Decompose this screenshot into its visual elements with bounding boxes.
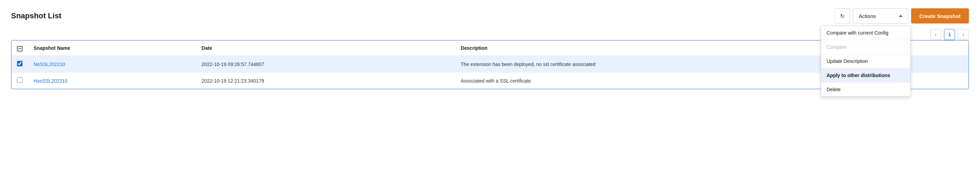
chevron-up-icon — [899, 15, 902, 17]
dropdown-item-delete[interactable]: Delete — [821, 82, 910, 96]
header-row: Snapshot List ↻ Actions Create Snapshot … — [11, 8, 969, 24]
actions-dropdown-menu: Compare with current Config Compare Upda… — [821, 25, 911, 97]
row2-checkbox[interactable] — [17, 77, 22, 83]
refresh-button[interactable]: ↻ — [835, 8, 850, 24]
row2-date-cell: 2022-10-19 12:21:23.340179 — [196, 73, 455, 89]
dropdown-item-compare-current[interactable]: Compare with current Config — [821, 26, 910, 40]
dropdown-item-compare[interactable]: Compare — [821, 40, 910, 54]
row1-checkbox[interactable] — [17, 61, 22, 66]
dropdown-item-apply-distributions[interactable]: Apply to other distributions — [821, 68, 910, 82]
pagination-prev-button[interactable]: ‹ — [930, 29, 941, 40]
select-all-checkbox[interactable] — [17, 46, 22, 52]
row2-snapshot-name-cell: HasSSL202210 — [28, 73, 196, 89]
page-wrapper: Snapshot List ↻ Actions Create Snapshot … — [0, 0, 980, 188]
col-header-checkbox — [11, 40, 28, 56]
pagination-next-button[interactable]: › — [958, 29, 969, 40]
col-header-snapshot-name: Snapshot Name — [28, 40, 196, 56]
actions-label: Actions — [859, 13, 876, 19]
row1-date-cell: 2022-10-19 09:26:57.744807 — [196, 56, 455, 73]
row1-snapshot-link[interactable]: NoSSL202210 — [33, 62, 65, 67]
dropdown-item-update-description[interactable]: Update Description — [821, 54, 910, 68]
refresh-icon: ↻ — [840, 13, 845, 19]
pagination-current-page: 1 — [944, 29, 955, 40]
actions-dropdown-button[interactable]: Actions — [853, 8, 908, 24]
create-snapshot-button[interactable]: Create Snapshot — [911, 8, 969, 24]
chevron-right-icon: › — [963, 32, 964, 37]
col-header-date: Date — [196, 40, 455, 56]
header-controls: ↻ Actions Create Snapshot Compare with c… — [835, 8, 969, 24]
row2-checkbox-cell — [11, 73, 28, 89]
chevron-left-icon: ‹ — [935, 32, 937, 37]
row1-checkbox-cell — [11, 56, 28, 73]
page-title: Snapshot List — [11, 11, 61, 21]
row2-snapshot-link[interactable]: HasSSL202210 — [33, 78, 67, 84]
row1-snapshot-name-cell: NoSSL202210 — [28, 56, 196, 73]
